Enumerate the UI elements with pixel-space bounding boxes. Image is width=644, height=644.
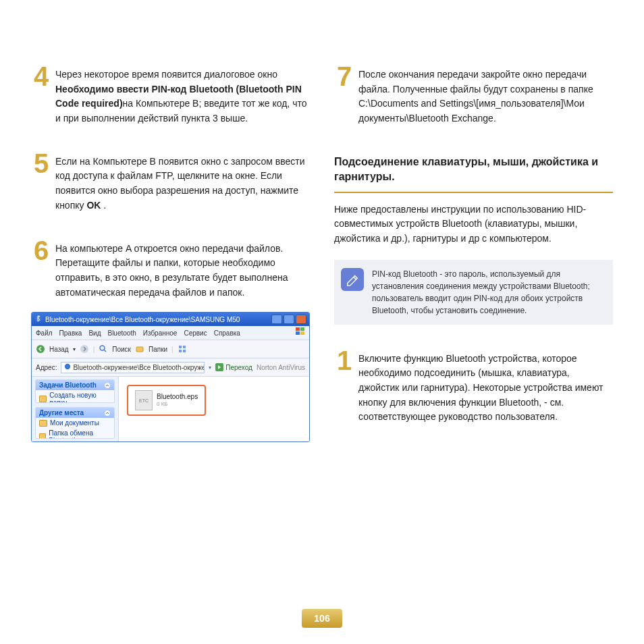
step-number: 6 bbox=[31, 239, 51, 300]
maximize-button[interactable] bbox=[284, 315, 294, 324]
svg-rect-4 bbox=[300, 331, 304, 335]
folders-icon[interactable] bbox=[135, 344, 144, 354]
step-body: Через некоторое время появится диалогово… bbox=[55, 68, 310, 126]
sidebar-item-label: Мои документы bbox=[50, 419, 99, 427]
step-1: 1 Включите функцию Bluetooth устройства,… bbox=[334, 352, 613, 425]
address-text: Bluetooth-окружение\Все Bluetooth-окруже… bbox=[73, 364, 205, 371]
back-icon[interactable] bbox=[36, 344, 45, 354]
file-area[interactable]: ETC Bluetooth.eps 0 КБ bbox=[119, 377, 309, 441]
file-size: 0 КБ bbox=[157, 401, 198, 408]
note-text: PIN-код Bluetooth - это пароль, использу… bbox=[372, 268, 603, 317]
back-button[interactable]: Назад bbox=[49, 346, 69, 353]
dropdown-icon[interactable]: ▾ bbox=[73, 346, 76, 352]
folder-icon bbox=[39, 396, 47, 402]
step-text-suffix: . bbox=[101, 200, 106, 211]
sidebar-item-label: Папка обмена Bluetooth bbox=[49, 429, 111, 439]
window-title: Bluetooth-окружение\Все Bluetooth-окруже… bbox=[45, 316, 269, 323]
menu-view[interactable]: Вид bbox=[88, 329, 101, 337]
sidebar-places-panel: Другие места Мои документы Папка обмена … bbox=[35, 407, 115, 439]
address-field[interactable]: Bluetooth-окружение\Все Bluetooth-окруже… bbox=[61, 362, 205, 373]
svg-rect-1 bbox=[296, 327, 300, 331]
minimize-button[interactable] bbox=[271, 315, 282, 324]
svg-rect-13 bbox=[183, 350, 186, 352]
menu-tools[interactable]: Сервис bbox=[184, 329, 207, 337]
step-body: Включите функцию Bluetooth устройства, к… bbox=[358, 352, 613, 425]
views-icon[interactable] bbox=[178, 344, 187, 354]
svg-rect-9 bbox=[136, 347, 143, 352]
norton-label[interactable]: Norton AntiVirus bbox=[257, 364, 305, 371]
svg-rect-11 bbox=[183, 346, 186, 348]
chevron-up-icon bbox=[104, 410, 111, 417]
step-body: На компьютере A откроется окно передачи … bbox=[55, 242, 310, 300]
svg-rect-2 bbox=[300, 327, 304, 331]
svg-point-7 bbox=[100, 346, 105, 350]
right-column: 7 После окончания передачи закройте окно… bbox=[334, 68, 613, 453]
svg-point-17 bbox=[105, 410, 111, 416]
close-button[interactable] bbox=[296, 315, 306, 324]
sidebar-tasks-header[interactable]: Задачи Bluetooth bbox=[36, 380, 114, 390]
step-body: Если на Компьютере B появится окно с зап… bbox=[55, 155, 310, 213]
step-number: 1 bbox=[334, 349, 354, 425]
address-bar: Адрес: Bluetooth-окружение\Все Bluetooth… bbox=[32, 358, 309, 377]
explorer-window: Bluetooth-окружение\Все Bluetooth-окруже… bbox=[31, 312, 310, 442]
sidebar-item-new-folder[interactable]: Создать новую папку bbox=[36, 390, 114, 403]
bluetooth-icon bbox=[34, 315, 43, 324]
menu-favorites[interactable]: Избранное bbox=[143, 329, 178, 337]
file-icon-text: ETC bbox=[139, 398, 149, 403]
sidebar-places-header[interactable]: Другие места bbox=[36, 408, 114, 418]
sidebar-tasks-panel: Задачи Bluetooth Создать новую папку bbox=[35, 379, 115, 403]
step-number: 5 bbox=[31, 152, 51, 213]
go-button[interactable]: Переход bbox=[215, 363, 252, 371]
address-label: Адрес: bbox=[36, 364, 57, 371]
folders-button[interactable]: Папки bbox=[149, 346, 167, 353]
file-label: Bluetooth.eps 0 КБ bbox=[157, 393, 198, 408]
sidebar-header-label: Другие места bbox=[39, 409, 84, 417]
svg-point-6 bbox=[80, 345, 88, 353]
chevron-up-icon bbox=[104, 382, 111, 389]
svg-rect-3 bbox=[296, 331, 300, 335]
menu-bluetooth[interactable]: Bluetooth bbox=[107, 329, 136, 337]
step-7: 7 После окончания передачи закройте окно… bbox=[334, 68, 613, 126]
svg-line-18 bbox=[354, 277, 356, 279]
step-text-prefix: Через некоторое время появится диалогово… bbox=[55, 69, 277, 80]
sidebar-item-bluetooth-exchange[interactable]: Папка обмена Bluetooth bbox=[36, 428, 114, 439]
svg-point-16 bbox=[105, 382, 111, 388]
forward-icon[interactable] bbox=[80, 344, 89, 354]
go-label: Переход bbox=[225, 364, 252, 371]
sidebar-item-label: Создать новую папку bbox=[49, 392, 111, 403]
window-titlebar: Bluetooth-окружение\Все Bluetooth-окруже… bbox=[32, 313, 309, 326]
svg-rect-10 bbox=[179, 346, 182, 348]
section-title: Подсоединение клавиатуры, мыши, джойстик… bbox=[334, 155, 613, 193]
folder-icon bbox=[39, 433, 46, 439]
search-icon[interactable] bbox=[99, 344, 108, 354]
step-number: 7 bbox=[334, 65, 354, 126]
menu-help[interactable]: Справка bbox=[214, 329, 240, 337]
note-box: PIN-код Bluetooth - это пароль, использу… bbox=[334, 260, 613, 325]
svg-point-5 bbox=[36, 345, 45, 353]
menu-file[interactable]: Файл bbox=[36, 329, 53, 337]
file-name: Bluetooth.eps bbox=[157, 393, 198, 401]
highlighted-file[interactable]: ETC Bluetooth.eps 0 КБ bbox=[127, 385, 206, 416]
step-6: 6 На компьютере A откроется окно передач… bbox=[31, 242, 310, 300]
step-number: 4 bbox=[31, 65, 51, 126]
sidebar-header-label: Задачи Bluetooth bbox=[39, 381, 97, 389]
menu-bar: Файл Правка Вид Bluetooth Избранное Серв… bbox=[32, 326, 309, 340]
page-number: 106 bbox=[302, 609, 342, 628]
dropdown-icon[interactable]: ▾ bbox=[209, 365, 211, 371]
menu-edit[interactable]: Правка bbox=[59, 329, 82, 337]
bluetooth-icon bbox=[64, 363, 71, 371]
left-column: 4 Через некоторое время появится диалого… bbox=[31, 68, 310, 453]
section-description: Ниже предоставлены инструкции по использ… bbox=[334, 203, 613, 246]
step-text-prefix: На компьютере A откроется окно передачи … bbox=[55, 243, 288, 298]
svg-line-8 bbox=[104, 350, 106, 352]
file-icon: ETC bbox=[135, 390, 153, 410]
svg-rect-12 bbox=[179, 350, 182, 352]
search-button[interactable]: Поиск bbox=[112, 346, 131, 353]
step-body: После окончания передачи закройте окно п… bbox=[358, 68, 613, 126]
sidebar: Задачи Bluetooth Создать новую папку Дру… bbox=[32, 377, 119, 441]
sidebar-item-my-documents[interactable]: Мои документы bbox=[36, 418, 114, 428]
note-icon bbox=[341, 268, 364, 291]
folder-icon bbox=[39, 420, 47, 427]
step-5: 5 Если на Компьютере B появится окно с з… bbox=[31, 155, 310, 213]
window-body: Задачи Bluetooth Создать новую папку Дру… bbox=[32, 377, 309, 441]
